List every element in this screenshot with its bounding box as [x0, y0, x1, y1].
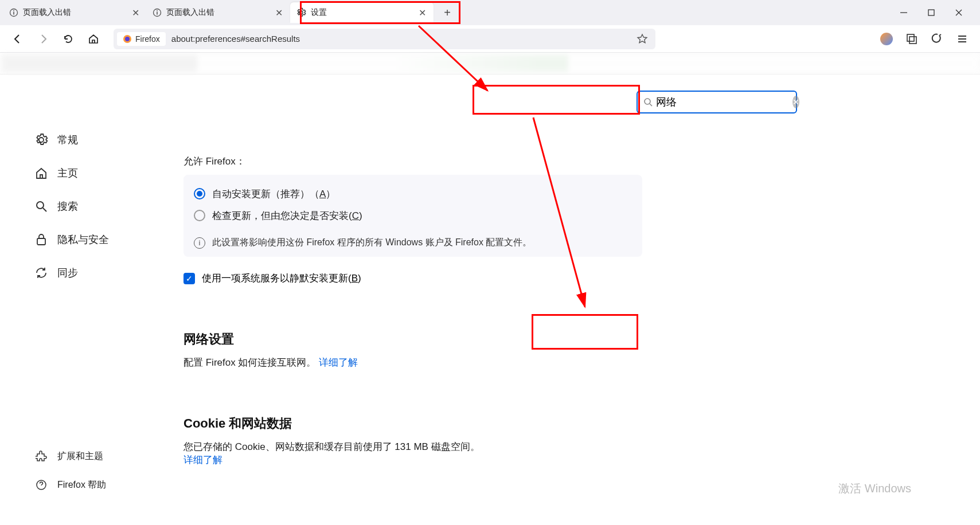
cookies-desc: 您已存储的 Cookie、网站数据和缓存目前使用了 131 MB 磁盘空间。 详… — [183, 440, 934, 467]
sidebar-item-label: 扩展和主题 — [57, 450, 103, 463]
sidebar-item-label: 常规 — [57, 133, 78, 147]
tab-title: 设置 — [311, 7, 327, 18]
url-identity[interactable]: Firefox — [117, 32, 166, 46]
close-window-button[interactable] — [951, 5, 966, 20]
gear-icon — [34, 133, 48, 147]
radio-unchecked-icon — [194, 210, 205, 221]
puzzle-icon — [34, 449, 48, 463]
learn-more-link[interactable]: 详细了解 — [319, 357, 358, 368]
search-field[interactable] — [653, 96, 792, 108]
bookmark-star-icon[interactable] — [632, 29, 652, 49]
account-button[interactable] — [877, 29, 896, 49]
info-icon — [9, 8, 18, 17]
library-button[interactable] — [927, 29, 947, 49]
back-button[interactable] — [8, 29, 28, 49]
option-label: 检查更新，但由您决定是否安装(C) — [212, 209, 362, 222]
new-tab-button[interactable]: + — [438, 3, 456, 22]
sidebar-item-label: 隐私与安全 — [57, 233, 109, 246]
checkbox-label: 使用一项系统服务以静默安装更新(B) — [202, 272, 361, 285]
tab-2[interactable]: 页面载入出错 ✕ — [147, 2, 290, 23]
close-icon[interactable]: ✕ — [416, 7, 428, 18]
avatar-icon — [880, 33, 893, 45]
lock-icon — [34, 233, 48, 246]
clear-search-button[interactable]: ✕ — [792, 96, 799, 108]
sidebar-item-label: 主页 — [57, 166, 78, 180]
svg-rect-13 — [909, 37, 916, 44]
tab-settings[interactable]: 设置 ✕ — [290, 2, 434, 23]
screenshot-button[interactable] — [902, 29, 922, 49]
sidebar-item-extensions[interactable]: 扩展和主题 — [29, 445, 161, 468]
option-label: 自动安装更新（推荐）（A） — [212, 187, 335, 201]
svg-rect-12 — [907, 34, 914, 41]
minimize-button[interactable] — [896, 5, 911, 20]
home-button[interactable] — [84, 29, 103, 49]
home-icon — [34, 166, 48, 180]
sync-icon — [34, 266, 48, 280]
tab-bar: 页面载入出错 ✕ 页面载入出错 ✕ 设置 ✕ + — [0, 0, 980, 25]
url-brand-label: Firefox — [135, 34, 160, 44]
info-icon — [153, 8, 162, 17]
forward-button[interactable] — [33, 29, 53, 49]
svg-point-17 — [37, 202, 44, 209]
svg-line-22 — [650, 104, 652, 106]
svg-rect-4 — [157, 12, 158, 15]
annotation-arrow — [528, 115, 619, 315]
info-icon: i — [194, 237, 205, 249]
svg-rect-2 — [13, 10, 14, 11]
info-text: 此设置将影响使用这份 Firefox 程序的所有 Windows 账户及 Fir… — [212, 237, 532, 249]
url-text: about:preferences#searchResults — [166, 34, 300, 44]
svg-line-23 — [419, 26, 487, 91]
svg-rect-19 — [37, 238, 45, 245]
tab-title: 页面载入出错 — [23, 7, 71, 18]
radio-checked-icon — [194, 188, 205, 199]
tab-1[interactable]: 页面载入出错 ✕ — [3, 2, 147, 23]
annotation-arrow — [413, 23, 516, 97]
firefox-logo-icon — [123, 34, 132, 44]
svg-rect-1 — [13, 12, 14, 15]
sidebar-item-label: 搜索 — [57, 199, 78, 213]
window-controls — [896, 5, 977, 20]
svg-line-18 — [43, 208, 46, 211]
windows-watermark: 激活 Windows — [838, 481, 911, 496]
sidebar-item-general[interactable]: 常规 — [29, 126, 161, 154]
sidebar-item-home[interactable]: 主页 — [29, 159, 161, 187]
cookies-title: Cookie 和网站数据 — [183, 415, 934, 432]
help-icon — [34, 478, 48, 492]
svg-line-24 — [533, 117, 585, 307]
sidebar-item-help[interactable]: Firefox 帮助 — [29, 473, 161, 496]
maximize-button[interactable] — [924, 5, 939, 20]
network-settings-desc: 配置 Firefox 如何连接互联网。 详细了解 — [183, 356, 934, 369]
search-icon — [34, 199, 48, 213]
sidebar-item-privacy[interactable]: 隐私与安全 — [29, 226, 161, 253]
sidebar-item-label: 同步 — [57, 266, 78, 280]
svg-rect-7 — [928, 10, 934, 15]
close-icon[interactable]: ✕ — [130, 7, 141, 18]
settings-sidebar: 常规 主页 搜索 隐私与安全 同步 扩展和主题 Firefox 帮助 — [0, 75, 161, 525]
svg-rect-5 — [157, 10, 158, 11]
sidebar-item-label: Firefox 帮助 — [57, 479, 106, 491]
svg-point-11 — [125, 37, 130, 41]
sidebar-item-sync[interactable]: 同步 — [29, 259, 161, 287]
menu-button[interactable] — [952, 29, 972, 49]
learn-more-link[interactable]: 详细了解 — [183, 455, 222, 465]
close-icon[interactable]: ✕ — [273, 7, 284, 18]
sidebar-item-search[interactable]: 搜索 — [29, 193, 161, 220]
url-bar[interactable]: Firefox about:preferences#searchResults — [114, 29, 655, 49]
network-settings-title: 网络设置 — [183, 331, 934, 348]
gear-icon — [296, 7, 306, 18]
tab-title: 页面载入出错 — [166, 7, 214, 18]
svg-point-21 — [645, 99, 650, 104]
settings-search-input[interactable]: ✕ — [637, 91, 797, 113]
checkbox-checked-icon: ✓ — [183, 273, 195, 284]
search-icon — [643, 97, 653, 107]
reload-button[interactable] — [58, 29, 78, 49]
